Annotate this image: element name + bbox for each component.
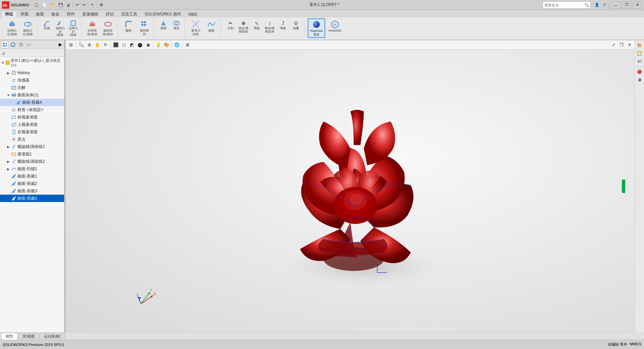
tab-direct-edit[interactable]: 直接编辑	[79, 11, 102, 17]
minimize-btn[interactable]: —	[611, 1, 621, 9]
question-btn[interactable]: ?	[602, 1, 607, 9]
rp-decals-btn[interactable]: 🏷	[636, 58, 643, 65]
filter-icon[interactable]: ⊿	[1, 50, 5, 56]
tab-features[interactable]: 特征	[1, 11, 17, 17]
helix2-item[interactable]: ▶ 螺旋线/涡状线2	[0, 158, 65, 165]
surface-trim1-item[interactable]: 曲面-剪裁1	[0, 172, 65, 180]
plane1-item[interactable]: 基准面1	[0, 150, 65, 158]
restore-btn[interactable]: ❐	[622, 1, 631, 9]
search-input[interactable]	[543, 3, 583, 7]
linear-pattern-btn[interactable]: 线性阵列	[137, 18, 152, 37]
origin-item[interactable]: 原点	[0, 136, 65, 143]
vt-maximize-btn[interactable]: ⤢	[610, 41, 617, 49]
draft-btn[interactable]: 拔模	[157, 18, 169, 31]
vt-section-btn[interactable]: ⬛	[112, 41, 119, 49]
redo-btn[interactable]: ↪	[81, 1, 87, 9]
expand-tabs-btn[interactable]: ▶	[57, 41, 64, 48]
deform-btn[interactable]: ⤡ 弯曲	[251, 18, 263, 31]
loft-boss-btn[interactable]: 放样凸台/基体	[54, 18, 66, 38]
realview-btn[interactable]: RealView图形	[308, 18, 325, 38]
annotations-item[interactable]: 注解	[0, 84, 65, 91]
surface-trim3-item[interactable]: 曲面-剪裁3	[0, 187, 65, 195]
front-plane-item[interactable]: 前视基准面	[0, 113, 65, 121]
flex-btn[interactable]: ⤴ 弯曲	[277, 18, 289, 31]
tab-motion[interactable]: 运动算例1	[40, 333, 65, 340]
boundary-boss-btn[interactable]: 边界凸台/基体	[67, 18, 79, 38]
tab-3d-view[interactable]: 3D视图	[18, 333, 39, 340]
search-icon-btn[interactable]: 🔍	[583, 3, 590, 7]
dimxpert-tab[interactable]: DX	[26, 41, 33, 48]
right-plane-item[interactable]: 右视基准面	[0, 128, 65, 136]
revolve-cut-btn[interactable]: 旋转切除/基体	[101, 18, 115, 37]
rp-appearances-btn[interactable]: 🎨	[636, 42, 643, 49]
top-plane-item[interactable]: 上视基准面	[0, 121, 65, 128]
tab-sketch[interactable]: 草图	[17, 11, 32, 17]
vt-restore-btn[interactable]: ❐	[618, 41, 625, 49]
extrude-cut-btn[interactable]: 拉伸切除/基体	[85, 18, 100, 37]
tab-plugins[interactable]: SOLIDWORKS 插件	[141, 11, 185, 17]
helix1-item[interactable]: ▶ 螺旋线/涡状线1	[0, 143, 65, 150]
tab-render[interactable]: 渲染工具	[117, 11, 141, 17]
split-btn[interactable]: ✂ 分割	[225, 18, 237, 31]
open-btn[interactable]: 📂	[49, 1, 56, 9]
combine-btn[interactable]: ⊕ 组合/复制实体	[238, 18, 250, 35]
tab-mbd[interactable]: MBD	[185, 11, 201, 17]
tab-model[interactable]: 模型	[1, 333, 17, 340]
vt-hidden-btn[interactable]: ◩	[128, 41, 136, 49]
move-copy-btn[interactable]: ↕ 移动/复制实体	[264, 18, 276, 35]
vt-display-pane-btn[interactable]: 🖥	[184, 41, 191, 49]
vt-rotate-btn[interactable]: ↻	[102, 41, 109, 49]
feature-tree-tab[interactable]	[1, 41, 9, 48]
green-collapse-tab[interactable]	[622, 180, 625, 193]
surface-trim4-item[interactable]: 曲面-剪裁4	[0, 195, 65, 202]
vt-wireframe-btn[interactable]: ◻	[120, 41, 128, 49]
tab-sheet-metal[interactable]: 钣金	[48, 11, 63, 17]
vt-zoom-previous-btn[interactable]: 🔍	[78, 41, 85, 49]
curves-btn[interactable]: 曲线	[204, 18, 219, 34]
left-panel-resizer[interactable]	[64, 40, 65, 332]
new-btn[interactable]: 📄	[41, 1, 48, 9]
surface-trim2-item[interactable]: 曲面-剪裁2	[0, 180, 65, 187]
select-btn[interactable]: ↖	[90, 1, 95, 9]
vt-orient-btn[interactable]: ⊞	[67, 41, 75, 49]
vt-shaded-edges-btn[interactable]: ◉	[144, 41, 152, 49]
material-item[interactable]: 材质 <未指定>	[0, 106, 65, 113]
vt-pan-btn[interactable]: ✋	[94, 41, 101, 49]
rp-scenes-btn[interactable]: 🌅	[636, 50, 643, 57]
surface-body-item[interactable]: ▼ 曲面实体(1)	[0, 91, 65, 99]
instant3d-btn[interactable]: 3D Instant3D	[326, 18, 344, 34]
revolve-boss-btn[interactable]: 旋转凸台/基体	[20, 18, 35, 37]
vt-close-view-btn[interactable]: ✕	[626, 41, 633, 49]
viewport[interactable]: ⊞ 🔍 ⊕ ✋ ↻ ⬛ ◻ ◩ ⬤ ◉ 💡 🎨 🌐 🖥	[66, 40, 635, 332]
vt-zoom-btn[interactable]: ⊕	[86, 41, 93, 49]
undo-btn[interactable]: ↩	[75, 1, 80, 9]
surface-trim4-child-item[interactable]: 曲面-剪裁4	[0, 99, 65, 106]
vt-view-selector-btn[interactable]: 🌐	[173, 41, 181, 49]
ref-geo-btn[interactable]: 参考几何体	[188, 18, 203, 37]
wrap-btn[interactable]: ⊙ 包覆	[290, 18, 302, 31]
property-tab[interactable]: P	[9, 41, 17, 48]
sweep-btn[interactable]: 扫描	[41, 18, 53, 31]
home-btn[interactable]: 🏠	[33, 1, 40, 9]
vt-appearances-btn[interactable]: 🎨	[163, 41, 170, 49]
part-root-item[interactable]: ▼ 零件1 (默认<<默认>_显示状态 1>)	[0, 57, 65, 68]
extrude-boss-btn[interactable]: 拉伸凸台/基体	[5, 18, 19, 37]
close-btn[interactable]: ✕	[633, 1, 642, 9]
options-btn[interactable]: ⚙	[98, 1, 104, 9]
vt-lights-btn[interactable]: 💡	[155, 41, 162, 49]
rp-color-btn[interactable]: 🔴	[636, 68, 643, 76]
tab-surface[interactable]: 曲面	[32, 11, 48, 17]
rp-display-btn[interactable]: 🖥	[636, 76, 643, 84]
user-btn[interactable]: 👤	[593, 1, 601, 9]
vt-shaded-btn[interactable]: ⬤	[136, 41, 144, 49]
tab-evaluate[interactable]: 评估	[102, 11, 117, 17]
sensors-item[interactable]: 传感器	[0, 77, 65, 84]
intersect-btn[interactable]: 相交	[170, 18, 183, 31]
save-btn[interactable]: 💾	[57, 1, 64, 9]
surface-sweep1-item[interactable]: ▶ 曲面-扫描1	[0, 165, 65, 172]
config-tab[interactable]	[17, 41, 25, 48]
print-btn[interactable]: 🖨	[65, 1, 71, 9]
fillet-btn[interactable]: 圆角	[121, 18, 136, 34]
tab-weldment[interactable]: 焊件	[63, 11, 79, 17]
history-item[interactable]: ▶ History	[0, 69, 65, 77]
